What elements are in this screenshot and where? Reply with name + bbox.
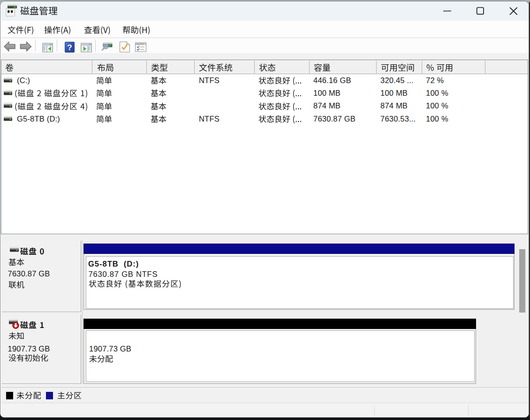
svg-text:?: ? bbox=[67, 43, 72, 52]
